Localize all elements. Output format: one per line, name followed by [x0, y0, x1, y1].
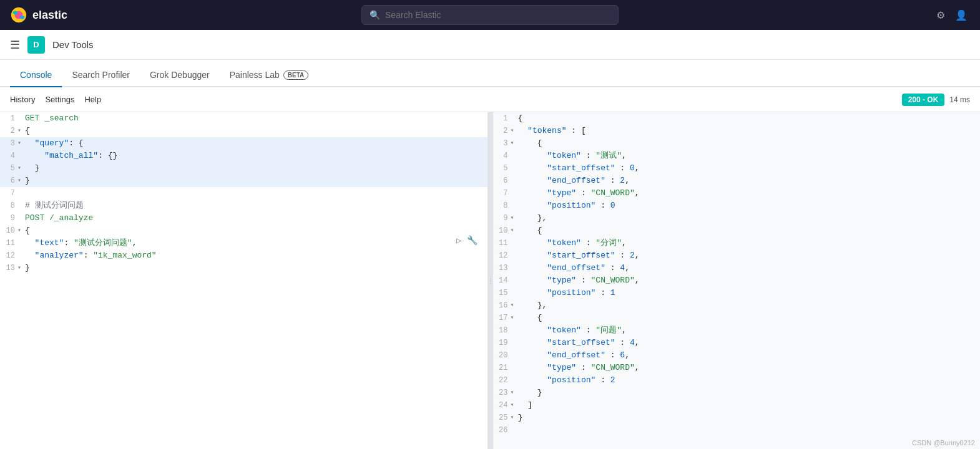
line-number: 3▾: [0, 137, 22, 150]
output-line: 6 "end_offset" : 2,: [493, 175, 981, 187]
line-number: 13: [493, 262, 516, 274]
output-line: 10▾ {: [493, 224, 981, 237]
editor-line: 12 "analyzer": "ik_max_word": [0, 249, 488, 262]
output-content: "start_offset" : 2,: [516, 249, 981, 262]
output-content: "start_offset" : 0,: [516, 162, 981, 175]
line-content: "text": "测试分词问题",: [22, 237, 488, 249]
editor-line: 2▾{: [0, 125, 488, 137]
line-number: 2▾: [493, 125, 516, 137]
elastic-logo-icon: [10, 6, 27, 24]
user-icon[interactable]: 👤: [953, 7, 970, 24]
output-content: "token" : "问题",: [516, 324, 981, 337]
line-number: 22: [493, 374, 516, 387]
output-line: 4 "token" : "测试",: [493, 150, 981, 162]
hamburger-icon[interactable]: ☰: [10, 38, 20, 52]
output-content: "token" : "分词",: [516, 237, 981, 249]
editor-line: 11 "text": "测试分词问题",: [0, 237, 488, 249]
editor-line: 4 "match_all": {}: [0, 150, 488, 162]
output-line: 7 "type" : "CN_WORD",: [493, 187, 981, 200]
main-content: 1GET _search2▾{3▾ "query": {4 "match_all…: [0, 112, 980, 449]
output-line: 22 "position" : 2: [493, 374, 981, 387]
output-line: 18 "token" : "问题",: [493, 324, 981, 337]
line-number: 16▾: [493, 299, 516, 312]
output-content: {: [516, 312, 981, 324]
output-content: }: [516, 412, 981, 424]
output-content: ]: [516, 399, 981, 412]
elastic-logo: elastic: [10, 6, 72, 24]
line-content: "query": {: [22, 137, 488, 150]
toolbar-right: 200 - OK 14 ms: [902, 94, 970, 106]
output-content: "position" : 0: [516, 200, 981, 212]
help-button[interactable]: Help: [84, 95, 101, 104]
tabs-bar: Console Search Profiler Grok Debugger Pa…: [0, 60, 980, 87]
line-number: 7: [0, 187, 22, 200]
history-button[interactable]: History: [10, 95, 35, 104]
line-number: 4: [493, 150, 516, 162]
output-content: "end_offset" : 6,: [516, 349, 981, 362]
output-content: {: [516, 224, 981, 237]
output-line: 23▾ }: [493, 387, 981, 399]
output-content: },: [516, 299, 981, 312]
output-content: "type" : "CN_WORD",: [516, 187, 981, 200]
output-line: 24▾ ]: [493, 399, 981, 412]
output-content: "type" : "CN_WORD",: [516, 274, 981, 287]
search-icon: 🔍: [370, 10, 380, 20]
output-line: 12 "start_offset" : 2,: [493, 249, 981, 262]
output-content: "position" : 1: [516, 287, 981, 299]
line-content: {: [22, 224, 488, 237]
line-number: 1: [0, 112, 22, 125]
line-number: 20: [493, 349, 516, 362]
output-content: "position" : 2: [516, 374, 981, 387]
output-pane[interactable]: 1{2▾ "tokens" : [3▾ {4 "token" : "测试",5 …: [493, 112, 981, 449]
editor-pane[interactable]: 1GET _search2▾{3▾ "query": {4 "match_all…: [0, 112, 488, 449]
settings-button[interactable]: Settings: [45, 95, 74, 104]
help-icon[interactable]: ⚙: [934, 7, 948, 24]
output-line: 5 "start_offset" : 0,: [493, 162, 981, 175]
tab-grok-debugger[interactable]: Grok Debugger: [140, 70, 220, 87]
output-content: "end_offset" : 4,: [516, 262, 981, 274]
line-number: 26: [493, 424, 516, 437]
tab-console[interactable]: Console: [10, 70, 62, 87]
line-number: 24▾: [493, 399, 516, 412]
output-line: 2▾ "tokens" : [: [493, 125, 981, 137]
tab-painless-lab[interactable]: Painless Lab BETA: [220, 70, 319, 87]
line-number: 11: [493, 237, 516, 249]
divider-handle[interactable]: ⋮: [488, 112, 493, 449]
search-input[interactable]: [385, 10, 610, 20]
top-nav-right: ⚙ 👤: [934, 7, 970, 24]
output-line: 11 "token" : "分词",: [493, 237, 981, 249]
top-nav: elastic 🔍 ⚙ 👤: [0, 0, 980, 30]
editor-action-icons: ▷ 🔧: [456, 235, 477, 246]
line-number: 25▾: [493, 412, 516, 424]
output-line: 13 "end_offset" : 4,: [493, 262, 981, 274]
run-icon[interactable]: ▷: [456, 235, 461, 246]
output-content: "type" : "CN_WORD",: [516, 362, 981, 374]
search-bar[interactable]: 🔍: [361, 5, 619, 25]
editor-line: 13▾}: [0, 262, 488, 274]
output-line: 16▾ },: [493, 299, 981, 312]
editor-line: 8# 测试分词问题: [0, 200, 488, 212]
editor-line: 9POST /_analyze: [0, 212, 488, 224]
editor-line: 5▾ }: [0, 162, 488, 175]
output-line: 3▾ {: [493, 137, 981, 150]
line-number: 11: [0, 237, 22, 249]
tab-search-profiler[interactable]: Search Profiler: [62, 70, 140, 87]
line-number: 13▾: [0, 262, 22, 274]
toolbar: History Settings Help 200 - OK 14 ms: [0, 87, 980, 112]
line-number: 8: [0, 200, 22, 212]
line-content: # 测试分词问题: [22, 200, 488, 212]
line-number: 12: [0, 249, 22, 262]
line-number: 3▾: [493, 137, 516, 150]
line-number: 5: [493, 162, 516, 175]
output-line: 21 "type" : "CN_WORD",: [493, 362, 981, 374]
line-number: 19: [493, 337, 516, 349]
line-number: 10▾: [493, 224, 516, 237]
line-content: {: [22, 125, 488, 137]
wrench-icon[interactable]: 🔧: [467, 235, 478, 246]
beta-badge: BETA: [283, 70, 308, 80]
line-number: 21: [493, 362, 516, 374]
line-number: 6▾: [0, 175, 22, 187]
line-number: 2▾: [0, 125, 22, 137]
line-content: POST /_analyze: [22, 212, 488, 224]
line-content: GET _search: [22, 112, 488, 125]
